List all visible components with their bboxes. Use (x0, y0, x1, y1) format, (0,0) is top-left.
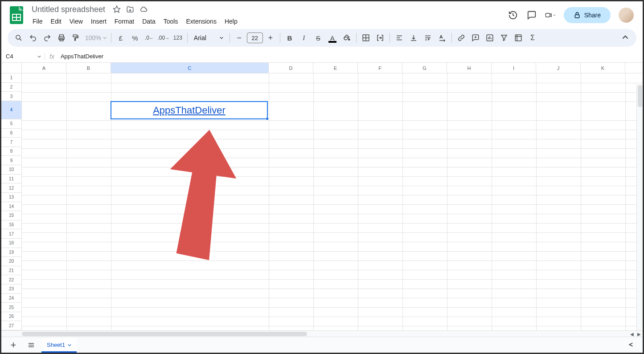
row-header[interactable]: 23 (1, 285, 22, 294)
column-header[interactable]: H (447, 63, 492, 73)
increase-font-icon[interactable]: + (264, 31, 277, 45)
all-sheets-button[interactable] (24, 338, 39, 352)
sheets-logo[interactable] (8, 6, 25, 24)
cells-canvas[interactable]: AppsThatDeliver (22, 73, 643, 330)
undo-icon[interactable] (26, 31, 40, 45)
font-size-input[interactable]: 22 (247, 33, 263, 43)
functions-icon[interactable]: Σ (526, 31, 539, 45)
menu-edit[interactable]: Edit (47, 16, 65, 27)
row-header[interactable]: 20 (1, 257, 22, 266)
row-header[interactable]: 10 (1, 165, 22, 175)
active-cell[interactable]: AppsThatDeliver (111, 101, 268, 119)
row-header[interactable]: 13 (1, 193, 22, 202)
decrease-decimal-icon[interactable]: .0← (143, 31, 156, 45)
font-family-select[interactable]: Arial (190, 34, 227, 41)
name-box[interactable]: C4 (1, 53, 45, 60)
star-icon[interactable] (112, 5, 121, 14)
horizontal-align-icon[interactable] (393, 31, 406, 45)
borders-icon[interactable] (359, 31, 373, 45)
cloud-status-icon[interactable] (139, 5, 148, 14)
column-header[interactable]: A (22, 63, 66, 73)
fill-color-icon[interactable] (340, 31, 353, 45)
menu-format[interactable]: Format (111, 16, 138, 27)
row-header[interactable]: 3 (1, 92, 22, 101)
text-wrap-icon[interactable] (421, 31, 435, 45)
column-header[interactable]: D (269, 63, 313, 73)
column-header[interactable]: K (581, 63, 625, 73)
filter-views-icon[interactable] (512, 31, 525, 45)
row-header[interactable]: 24 (1, 294, 22, 303)
print-icon[interactable] (55, 31, 68, 45)
row-header[interactable]: 11 (1, 175, 22, 184)
insert-comment-icon[interactable] (469, 31, 482, 45)
row-header[interactable]: 22 (1, 275, 22, 285)
row-header[interactable]: 15 (1, 211, 22, 220)
bold-icon[interactable]: B (283, 31, 296, 45)
row-header[interactable]: 21 (1, 266, 22, 276)
formula-input[interactable]: AppsThatDeliver (59, 53, 643, 60)
row-header[interactable]: 14 (1, 202, 22, 212)
vertical-align-icon[interactable] (407, 31, 420, 45)
account-avatar[interactable] (619, 8, 634, 23)
more-formats-icon[interactable]: 123 (171, 31, 185, 45)
collapse-toolbar-icon[interactable] (619, 31, 632, 45)
menu-help[interactable]: Help (221, 16, 241, 27)
row-header[interactable]: 18 (1, 239, 22, 248)
row-header[interactable]: 4 (1, 101, 22, 119)
row-header[interactable]: 25 (1, 303, 22, 312)
zoom-select[interactable]: 100% (83, 34, 108, 41)
increase-decimal-icon[interactable]: .00→ (157, 31, 170, 45)
row-header[interactable]: 7 (1, 138, 22, 147)
italic-icon[interactable]: I (297, 31, 311, 45)
currency-icon[interactable]: £ (114, 31, 127, 45)
insert-link-icon[interactable] (455, 31, 468, 45)
column-header[interactable]: C (111, 63, 269, 73)
menu-file[interactable]: File (29, 16, 46, 27)
meet-icon[interactable] (545, 10, 556, 20)
row-header[interactable]: 19 (1, 248, 22, 257)
redo-icon[interactable] (41, 31, 54, 45)
insert-chart-icon[interactable] (483, 31, 496, 45)
row-header[interactable]: 8 (1, 147, 22, 156)
move-icon[interactable] (126, 5, 135, 14)
menu-tools[interactable]: Tools (160, 16, 182, 27)
comments-icon[interactable] (526, 10, 537, 20)
menu-insert[interactable]: Insert (87, 16, 110, 27)
history-icon[interactable] (508, 10, 518, 20)
column-header[interactable]: F (358, 63, 402, 73)
menu-view[interactable]: View (66, 16, 86, 27)
paint-format-icon[interactable] (69, 31, 82, 45)
column-header[interactable]: B (66, 63, 111, 73)
text-color-icon[interactable]: A (326, 31, 339, 45)
merge-cells-icon[interactable] (373, 31, 387, 45)
vertical-scrollbar[interactable] (636, 84, 643, 330)
row-header[interactable]: 5 (1, 119, 22, 129)
row-header[interactable]: 16 (1, 220, 22, 230)
filter-icon[interactable] (497, 31, 511, 45)
column-header[interactable]: G (402, 63, 447, 73)
column-header[interactable]: E (313, 63, 358, 73)
menu-extensions[interactable]: Extensions (182, 16, 220, 27)
search-menus-icon[interactable] (12, 31, 25, 45)
add-sheet-button[interactable]: + (6, 338, 21, 352)
row-header[interactable]: 9 (1, 156, 22, 165)
strikethrough-icon[interactable]: S (312, 31, 325, 45)
horizontal-scrollbar[interactable]: ◀ ▶ (1, 330, 643, 337)
row-header[interactable]: 12 (1, 183, 22, 193)
row-header[interactable]: 26 (1, 312, 22, 321)
text-rotation-icon[interactable] (435, 31, 449, 45)
fill-handle[interactable] (266, 117, 269, 120)
percent-icon[interactable]: % (128, 31, 142, 45)
decrease-font-icon[interactable]: − (233, 31, 246, 45)
row-header[interactable]: 1 (1, 73, 22, 83)
row-header[interactable]: 6 (1, 129, 22, 138)
row-header[interactable]: 2 (1, 83, 22, 92)
explore-button[interactable] (625, 338, 638, 352)
menu-data[interactable]: Data (139, 16, 159, 27)
select-all-corner[interactable] (1, 63, 22, 73)
document-title[interactable]: Untitled spreadsheet (29, 4, 108, 15)
column-header[interactable]: J (536, 63, 581, 73)
row-header[interactable]: 27 (1, 321, 22, 330)
row-header[interactable]: 17 (1, 229, 22, 239)
share-button[interactable]: Share (564, 7, 611, 23)
